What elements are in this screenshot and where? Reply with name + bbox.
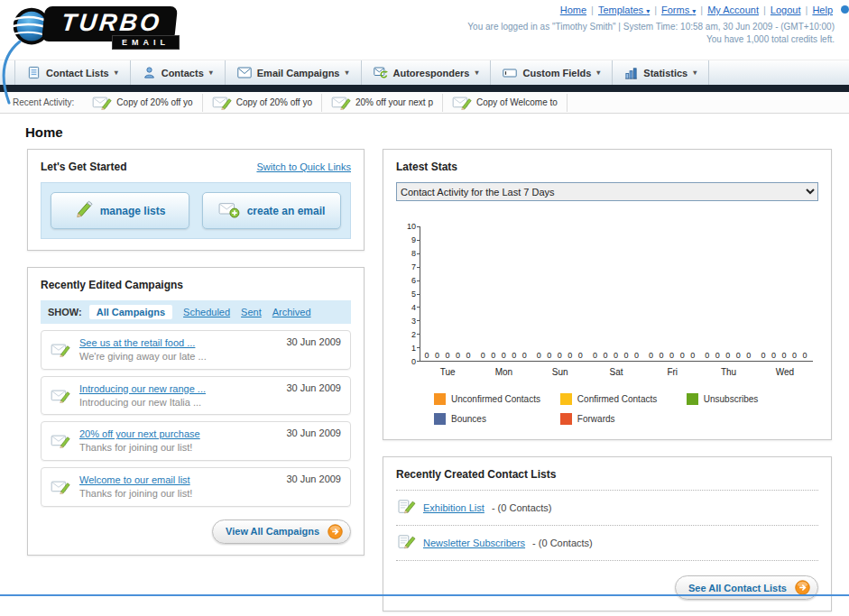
top-link-forms[interactable]: Forms ▾	[661, 5, 696, 15]
x-axis-label: Sun	[532, 367, 588, 377]
recent-activity-text: Copy of 20% off yo	[236, 97, 312, 107]
chevron-down-icon: ▾	[475, 69, 478, 77]
x-axis-label: Mon	[475, 367, 531, 377]
switch-quick-links-link[interactable]: Switch to Quick Links	[256, 161, 351, 172]
campaign-title-link[interactable]: 20% off your next purchase	[79, 428, 200, 439]
get-started-panel: Let's Get Started Switch to Quick Links …	[27, 149, 365, 251]
link-separator: |	[806, 5, 808, 15]
statistics-icon	[624, 67, 638, 79]
campaign-title-link[interactable]: Introducing our new range ...	[79, 383, 206, 394]
chart-x-labels: TueMonSunSatFriThuWed	[420, 367, 813, 377]
recent-activity-items: Copy of 20% off yoCopy of 20% off yo20% …	[83, 94, 567, 112]
recent-activity-bar: Recent Activity: Copy of 20% off yoCopy …	[0, 92, 849, 114]
logo-word-email: EMAIL	[112, 35, 180, 50]
recent-activity-item[interactable]: Copy of Welcome to	[443, 94, 568, 112]
chevron-down-icon: ▾	[115, 69, 118, 77]
bar-value-labels: 0 0 0 0 0	[701, 351, 757, 360]
link-separator: |	[591, 5, 594, 15]
y-tick-mark	[417, 253, 420, 254]
campaign-row: 20% off your next purchaseThanks for joi…	[41, 421, 351, 461]
recent-activity-text: 20% off your next p	[355, 97, 433, 107]
legend-swatch	[434, 413, 446, 425]
nav-tab-label: Custom Fields	[522, 68, 591, 78]
recent-contact-lists-panel: Recently Created Contact Lists Exhibitio…	[383, 456, 832, 611]
top-link-logout[interactable]: Logout	[771, 5, 801, 15]
legend-label: Bounces	[451, 414, 486, 424]
y-tick-label: 3	[411, 317, 416, 326]
envelope-plus-icon	[218, 200, 240, 221]
legend-swatch	[434, 393, 446, 405]
custom-fields-icon	[503, 68, 517, 78]
filter-all-campaigns[interactable]: All Campaigns	[89, 305, 172, 319]
envelope-pencil-icon	[92, 94, 112, 112]
x-axis-label: Tue	[420, 367, 475, 377]
contacts-icon	[143, 66, 156, 79]
contact-lists-title: Recently Created Contact Lists	[396, 468, 818, 481]
create-an-email-button[interactable]: create an email	[202, 192, 341, 229]
y-tick-mark	[417, 226, 420, 227]
chart-legend: Unconfirmed ContactsConfirmed ContactsUn…	[434, 393, 813, 425]
campaign-date: 30 Jun 2009	[286, 336, 341, 347]
footer-divider	[0, 594, 849, 596]
nav-tab-contacts[interactable]: Contacts▾	[131, 60, 226, 85]
bar-value-labels: 0 0 0 0 0	[532, 351, 588, 360]
arrow-circle-icon	[795, 580, 810, 595]
envelope-pencil-icon	[51, 432, 70, 450]
legend-item: Unconfirmed Contacts	[434, 393, 560, 405]
chevron-down-icon: ▾	[692, 7, 696, 15]
filter-scheduled[interactable]: Scheduled	[183, 307, 230, 317]
nav-tab-email-campaigns[interactable]: Email Campaigns▾	[226, 60, 362, 85]
y-tick-mark	[417, 307, 420, 308]
nav-tab-autoresponders[interactable]: Autoresponders▾	[362, 60, 492, 85]
y-tick-label: 0	[411, 357, 416, 366]
recent-activity-text: Copy of 20% off yo	[116, 97, 192, 107]
campaign-date: 30 Jun 2009	[286, 428, 341, 438]
decorative-swoosh-tail	[0, 40, 22, 105]
bar-value-labels: 0 0 0 0 0	[645, 351, 701, 360]
bar-value-labels: 0 0 0 0 0	[420, 351, 476, 360]
nav-tab-custom-fields[interactable]: Custom Fields▾	[491, 60, 613, 85]
x-axis-label: Wed	[757, 367, 813, 377]
top-link-help[interactable]: Help	[812, 5, 833, 15]
credits-info: You have 1,000 total credits left.	[467, 34, 835, 44]
filter-archived[interactable]: Archived	[272, 307, 311, 317]
nav-tab-contact-lists[interactable]: Contact Lists▾	[14, 60, 131, 85]
view-all-campaigns-label: View All Campaigns	[226, 526, 319, 537]
x-axis-label: Sat	[588, 367, 644, 377]
campaign-title-link[interactable]: See us at the retail food ...	[79, 337, 195, 348]
contact-list-link[interactable]: Newsletter Subscribers	[423, 538, 525, 548]
campaign-filter-bar: SHOW: All CampaignsScheduledSentArchived	[41, 300, 351, 324]
campaign-subtitle: Thanks for joining our list!	[79, 487, 192, 501]
view-all-campaigns-button[interactable]: View All Campaigns	[212, 519, 351, 544]
contact-list-link[interactable]: Exhibition List	[423, 502, 484, 513]
top-link-my-account[interactable]: My Account	[707, 5, 759, 15]
envelope-pencil-icon	[51, 387, 70, 405]
campaign-date: 30 Jun 2009	[286, 473, 341, 484]
recent-activity-item[interactable]: Copy of 20% off yo	[203, 94, 322, 112]
y-tick-label: 2	[411, 330, 416, 339]
campaign-title-link[interactable]: Welcome to our email list	[79, 474, 190, 485]
contact-list-items: Exhibition List- (0 Contacts)Newsletter …	[396, 490, 818, 561]
filter-sent[interactable]: Sent	[241, 307, 262, 317]
y-tick-mark	[417, 320, 420, 321]
stats-range-select[interactable]: Contact Activity for the Last 7 Days	[396, 182, 818, 201]
campaign-filters: All CampaignsScheduledSentArchived	[89, 305, 311, 319]
top-link-home[interactable]: Home	[560, 5, 586, 15]
contact-lists-icon	[27, 66, 41, 79]
contact-activity-chart: 012345678910 0 0 0 0 00 0 0 0 00 0 0 0 0…	[401, 226, 813, 425]
top-link-templates[interactable]: Templates ▾	[598, 5, 650, 15]
get-started-buttons: manage listscreate an email	[41, 182, 351, 239]
chevron-down-icon: ▾	[693, 69, 697, 77]
recent-activity-item[interactable]: 20% off your next p	[322, 94, 443, 112]
y-tick-mark	[417, 267, 420, 268]
campaign-row: Introducing our new range ...Introducing…	[41, 376, 351, 416]
right-column: Latest Stats Contact Activity for the La…	[383, 149, 832, 611]
recent-activity-item[interactable]: Copy of 20% off yo	[83, 94, 202, 112]
stats-title: Latest Stats	[396, 161, 818, 173]
autoresponders-icon	[374, 67, 388, 79]
nav-tab-label: Autoresponders	[393, 68, 470, 78]
turbo-email-logo[interactable]: TURBO EMAIL	[5, 3, 176, 55]
nav-tab-statistics[interactable]: Statistics▾	[613, 60, 709, 85]
email-campaigns-icon	[237, 67, 252, 78]
manage-lists-button[interactable]: manage lists	[51, 192, 189, 229]
